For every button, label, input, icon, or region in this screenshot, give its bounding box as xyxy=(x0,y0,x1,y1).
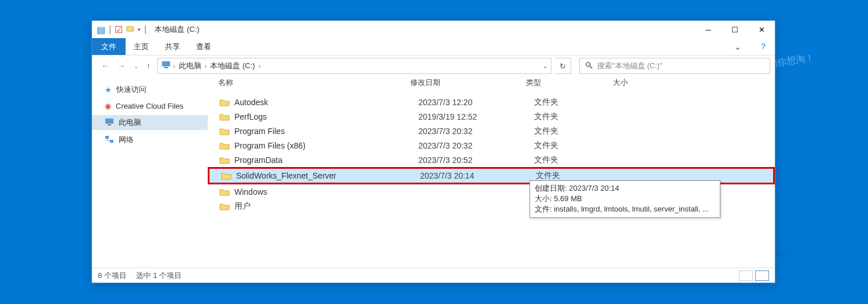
addr-dropdown-icon[interactable]: ⌄ xyxy=(543,63,547,69)
file-name: ProgramData xyxy=(234,155,418,165)
help-icon[interactable]: ？ xyxy=(752,38,775,55)
maximize-button[interactable]: ☐ xyxy=(722,21,748,38)
item-count: 8 个项目 xyxy=(98,270,127,281)
file-name: 用户 xyxy=(234,201,418,212)
cloud-files-icon: ◉ xyxy=(105,102,111,110)
file-name: Program Files xyxy=(234,127,418,136)
explorer-window: ▤ | ☑ ▾ | 本地磁盘 (C:) ─ ☐ ✕ 文件 主页 共享 查看 ⌄ … xyxy=(91,20,775,283)
folder-icon xyxy=(219,98,230,106)
folder-icon xyxy=(219,202,230,210)
file-row[interactable]: ProgramData2023/7/3 20:52文件夹 xyxy=(208,153,775,167)
navigation-pane: ★ 快速访问 ◉ Creative Cloud Files 此电脑 网络 xyxy=(92,75,208,268)
tab-home[interactable]: 主页 xyxy=(126,38,157,55)
folder-icon xyxy=(219,188,230,196)
qat-dropdown-icon[interactable]: ▾ xyxy=(138,27,141,32)
file-name: Program Files (x86) xyxy=(234,141,418,150)
header-type[interactable]: 类型 xyxy=(526,77,613,88)
nav-label: 网络 xyxy=(119,135,134,145)
svg-rect-2 xyxy=(164,67,168,68)
search-icon: 🔍︎ xyxy=(584,61,594,71)
qat-sep: | xyxy=(109,24,111,35)
up-button[interactable]: ↑ xyxy=(146,61,150,71)
folder-icon xyxy=(219,142,230,150)
nav-arrows: ← → ⌄ ↑ xyxy=(98,61,154,71)
tab-share[interactable]: 共享 xyxy=(157,38,188,55)
minimize-button[interactable]: ─ xyxy=(695,21,722,38)
file-type: 文件夹 xyxy=(534,140,621,151)
tooltip-line: 大小: 5.69 MB xyxy=(535,194,715,204)
nav-label: 此电脑 xyxy=(119,117,141,128)
search-placeholder: 搜索"本地磁盘 (C:)" xyxy=(597,61,663,71)
header-date[interactable]: 修改日期 xyxy=(410,77,526,88)
window-controls: ─ ☐ ✕ xyxy=(695,21,775,38)
file-row[interactable]: PerfLogs2019/3/19 12:52文件夹 xyxy=(208,109,775,124)
back-button[interactable]: ← xyxy=(101,61,109,71)
monitor-icon xyxy=(161,61,171,71)
refresh-button[interactable]: ↻ xyxy=(555,58,571,74)
nav-label: 快速访问 xyxy=(116,84,146,95)
body: ★ 快速访问 ◉ Creative Cloud Files 此电脑 网络 xyxy=(92,75,775,268)
folder-icon xyxy=(219,113,230,121)
tooltip-line: 创建日期: 2023/7/3 20:14 xyxy=(535,183,715,194)
network-icon xyxy=(105,135,114,145)
file-date: 2023/7/3 20:32 xyxy=(418,141,534,150)
file-type: 文件夹 xyxy=(534,112,621,122)
folder-icon xyxy=(219,127,230,135)
file-type: 文件夹 xyxy=(534,155,621,165)
address-row: ← → ⌄ ↑ › 此电脑 › 本地磁盘 (C:) › ⌄ ↻ 🔍︎ 搜索"本地… xyxy=(92,55,775,75)
tab-view[interactable]: 查看 xyxy=(188,38,219,55)
file-type: 文件夹 xyxy=(534,97,621,107)
file-menu[interactable]: 文件 xyxy=(92,38,126,55)
tooltip-line: 文件: installs, lmgrd, lmtools, lmutil, se… xyxy=(535,204,715,214)
file-date: 2023/7/3 12:20 xyxy=(418,98,534,107)
qat-sep2: | xyxy=(144,24,146,35)
qat: ▤ | ☑ ▾ | xyxy=(92,24,151,35)
nav-label: Creative Cloud Files xyxy=(116,102,183,110)
close-button[interactable]: ✕ xyxy=(748,21,775,38)
file-name: PerfLogs xyxy=(234,112,418,121)
header-size[interactable]: 大小 xyxy=(613,77,671,88)
view-details-button[interactable] xyxy=(739,270,753,281)
star-icon: ★ xyxy=(105,86,112,94)
crumb-sep-icon[interactable]: › xyxy=(171,62,178,69)
drive-icon xyxy=(126,24,134,35)
nav-creative-cloud[interactable]: ◉ Creative Cloud Files xyxy=(92,99,208,113)
header-name[interactable]: 名称 xyxy=(208,77,410,88)
nav-quick-access[interactable]: ★ 快速访问 xyxy=(92,82,208,97)
crumb-sep-icon[interactable]: › xyxy=(203,62,209,69)
column-headers: 名称 修改日期 类型 大小 xyxy=(208,75,775,90)
address-bar[interactable]: › 此电脑 › 本地磁盘 (C:) › ⌄ xyxy=(157,58,551,74)
svg-rect-5 xyxy=(105,136,109,139)
file-row[interactable]: Program Files2023/7/3 20:32文件夹 xyxy=(208,124,775,138)
qat-check-icon[interactable]: ☑ xyxy=(115,24,123,35)
file-type: 文件夹 xyxy=(534,126,621,136)
svg-rect-3 xyxy=(105,118,113,124)
svg-rect-4 xyxy=(108,124,111,125)
ribbon-expand-icon[interactable]: ⌄ xyxy=(729,38,752,55)
folder-icon xyxy=(221,172,231,180)
file-name: Autodesk xyxy=(234,98,418,107)
breadcrumb-current[interactable]: 本地磁盘 (C:) xyxy=(209,61,256,71)
selection-count: 选中 1 个项目 xyxy=(136,270,182,281)
file-row[interactable]: Program Files (x86)2023/7/3 20:32文件夹 xyxy=(208,138,775,153)
svg-rect-0 xyxy=(127,27,134,31)
file-date: 2019/3/19 12:52 xyxy=(418,112,534,121)
nav-network[interactable]: 网络 xyxy=(92,132,208,147)
folder-icon xyxy=(219,156,230,164)
file-name: Windows xyxy=(234,187,418,197)
search-box[interactable]: 🔍︎ 搜索"本地磁盘 (C:)" xyxy=(579,58,770,74)
status-bar: 8 个项目 选中 1 个项目 xyxy=(92,268,775,283)
ribbon-tabs: 文件 主页 共享 查看 ⌄ ？ xyxy=(92,38,775,55)
titlebar[interactable]: ▤ | ☑ ▾ | 本地磁盘 (C:) ─ ☐ ✕ xyxy=(92,21,775,38)
svg-rect-1 xyxy=(162,61,170,66)
nav-this-pc[interactable]: 此电脑 xyxy=(92,115,208,130)
view-icons-button[interactable] xyxy=(755,270,769,281)
file-name: SolidWorks_Flexnet_Server xyxy=(236,171,420,180)
file-list: 名称 修改日期 类型 大小 Autodesk2023/7/3 12:20文件夹P… xyxy=(208,75,775,268)
breadcrumb-root[interactable]: 此电脑 xyxy=(178,61,203,71)
file-type: 文件夹 xyxy=(536,170,623,181)
file-row[interactable]: Autodesk2023/7/3 12:20文件夹 xyxy=(208,95,775,109)
recent-dropdown-icon[interactable]: ⌄ xyxy=(134,63,138,69)
forward-button[interactable]: → xyxy=(117,61,126,71)
crumb-sep-icon[interactable]: › xyxy=(256,62,263,69)
